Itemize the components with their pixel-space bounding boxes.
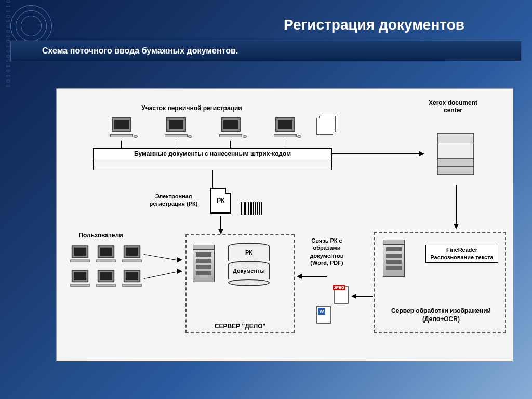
- workstation-icon: [218, 117, 244, 141]
- user-pc-icon: [121, 245, 143, 265]
- user-pc-icon: [121, 270, 143, 289]
- connector-line: [144, 254, 179, 261]
- word-file-icon: W: [316, 306, 331, 324]
- user-pc-icon: [95, 270, 117, 289]
- server-tower-icon: [193, 245, 215, 282]
- db-docs-label: Документы: [228, 264, 270, 279]
- connector-line: [220, 216, 221, 231]
- user-pc-icon: [69, 270, 91, 289]
- diagram-panel: Участок первичной регистрации Xerox docu…: [56, 88, 513, 361]
- connector-line: [456, 185, 457, 225]
- workstation-icon: [272, 117, 298, 141]
- slide-title: Регистрация документов: [0, 17, 516, 33]
- connector-line: [331, 158, 332, 170]
- barcode-icon: [241, 202, 262, 215]
- connector-line: [230, 141, 231, 148]
- user-pc-icon: [69, 245, 91, 265]
- arrow-right-icon: [419, 151, 424, 156]
- primary-registration-label: Участок первичной регистрации: [119, 104, 264, 112]
- connector-line: [176, 141, 176, 148]
- server-delo-label: СЕРВЕР "ДЕЛО": [185, 323, 295, 330]
- arrow-down-icon: [218, 229, 223, 234]
- workstation-icon: [163, 117, 189, 141]
- slide-subtitle-bar: Схема поточного ввода бумажных документо…: [10, 41, 522, 61]
- connector-line: [93, 158, 94, 170]
- users-label: Пользователи: [72, 232, 129, 239]
- jpeg-file-icon: JPEG: [334, 286, 349, 304]
- connector-line: [285, 141, 285, 148]
- server-tower-icon: [383, 240, 405, 277]
- connector-line: [144, 271, 180, 279]
- user-pc-icon: [95, 245, 117, 265]
- paper-stack-icon: [316, 114, 339, 134]
- workstation-icon: [109, 117, 135, 141]
- link-rk-images-label: Связь РК с образами документов (Word, PD…: [301, 237, 353, 267]
- connector-line: [301, 276, 327, 277]
- arrow-right-icon: [177, 257, 182, 262]
- connector-line: [121, 141, 122, 148]
- copier-icon: [437, 133, 474, 182]
- arrow-down-icon: [454, 224, 459, 229]
- connector-line: [355, 296, 373, 297]
- database-cylinder-icon: РК Документы: [228, 243, 270, 286]
- finereader-label: FineReader Распознование текста: [425, 245, 498, 263]
- db-rk-label: РК: [228, 246, 270, 261]
- ocr-server-label: Сервер обработки изображений (Дело+OCR): [384, 307, 498, 323]
- arrow-right-icon: [177, 269, 182, 274]
- xerox-label: Xerox document center: [424, 99, 482, 114]
- slide-subtitle: Схема поточного ввода бумажных документо…: [42, 46, 238, 56]
- barcode-documents-bar: Бумажные документы с нанесенным штрих-ко…: [93, 148, 332, 159]
- connector-line: [332, 153, 420, 154]
- electronic-reg-label: Электронная регистрация (РК): [140, 193, 207, 208]
- rk-document-icon: РК: [210, 188, 231, 214]
- connector-line: [212, 170, 213, 190]
- arrow-left-icon: [351, 294, 356, 299]
- arrow-left-icon: [297, 274, 302, 279]
